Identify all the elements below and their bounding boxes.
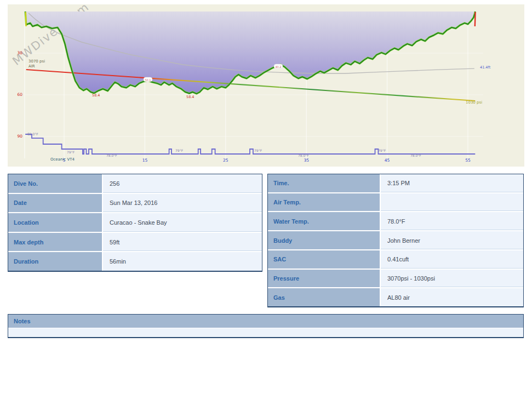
temperature-line bbox=[25, 134, 475, 154]
chart-label: 79°F bbox=[254, 149, 262, 152]
svg-text:50.1: 50.1 bbox=[145, 78, 151, 82]
chart-label: 79°F bbox=[378, 149, 386, 152]
chart-label: 78.0°F bbox=[106, 153, 117, 157]
chart-label: 78.0°F bbox=[410, 153, 421, 157]
row-label: Gas bbox=[268, 288, 381, 306]
table-row: Dive No.256 bbox=[8, 174, 262, 194]
table-row: Max depth59ft bbox=[8, 233, 262, 253]
table-row: BuddyJohn Berner bbox=[268, 231, 523, 250]
row-value: 256 bbox=[103, 174, 262, 193]
dive-profile-svg: MWDives.com515253545553060903070 psiAIR1… bbox=[8, 4, 524, 167]
row-value: 0.41cuft bbox=[381, 250, 523, 269]
notes-section: Notes bbox=[8, 314, 524, 338]
chart-label: 82.0°F bbox=[27, 132, 38, 136]
waypoint-pill: 40.2 bbox=[274, 64, 283, 68]
table-row: Air Temp. bbox=[268, 193, 523, 213]
table-row: SAC0.41cuft bbox=[268, 250, 523, 270]
svg-text:30: 30 bbox=[17, 50, 22, 55]
svg-text:15: 15 bbox=[142, 158, 148, 163]
row-value: 3:15 PM bbox=[381, 174, 523, 192]
notes-body bbox=[8, 328, 523, 337]
table-row: Water Temp.78.0°F bbox=[268, 212, 523, 231]
chart-label: 78.0°F bbox=[298, 153, 309, 157]
row-value bbox=[381, 193, 523, 212]
chart-label: 58.4 bbox=[92, 93, 100, 98]
svg-text:35: 35 bbox=[304, 158, 309, 163]
row-label: Dive No. bbox=[8, 174, 103, 193]
row-value: 3070psi - 1030psi bbox=[381, 270, 523, 288]
table-row: GasAL80 air bbox=[268, 288, 523, 306]
row-label: Max depth bbox=[8, 233, 103, 252]
svg-text:60: 60 bbox=[17, 92, 22, 97]
notes-header-label: Notes bbox=[8, 315, 523, 328]
row-value: Curacao - Snake Bay bbox=[103, 213, 262, 232]
row-value: Sun Mar 13, 2016 bbox=[103, 194, 262, 213]
svg-text:90: 90 bbox=[17, 134, 22, 139]
table-row: DateSun Mar 13, 2016 bbox=[8, 194, 262, 214]
row-label: Air Temp. bbox=[268, 193, 381, 212]
svg-text:55: 55 bbox=[465, 158, 471, 163]
chart-label: 3070 psi bbox=[28, 59, 45, 64]
chart-label: 1030 psi bbox=[466, 100, 482, 105]
table-row: Time.3:15 PM bbox=[268, 174, 523, 193]
table-row: LocationCuracao - Snake Bay bbox=[8, 213, 262, 233]
ascent-end-marker bbox=[475, 12, 476, 26]
descent-start-marker bbox=[26, 12, 26, 26]
dive-profile-chart: MWDives.com515253545553060903070 psiAIR1… bbox=[8, 4, 524, 167]
row-label: Time. bbox=[268, 174, 381, 192]
chart-label: AIR bbox=[28, 64, 35, 68]
svg-text:25: 25 bbox=[223, 158, 228, 163]
row-label: Pressure bbox=[268, 270, 381, 288]
row-label: Duration bbox=[8, 252, 103, 271]
row-label: Water Temp. bbox=[268, 212, 381, 230]
waypoint-pill: 50.1 bbox=[144, 77, 152, 82]
row-value: 78.0°F bbox=[381, 212, 523, 230]
chart-label: Oceanic VT4 bbox=[50, 157, 75, 162]
chart-label: 79°F bbox=[175, 149, 184, 152]
dive-details-table: Time.3:15 PMAir Temp.Water Temp.78.0°FBu… bbox=[267, 174, 524, 307]
row-label: SAC bbox=[268, 250, 381, 269]
row-label: Buddy bbox=[268, 231, 381, 249]
dive-summary-table: Dive No.256DateSun Mar 13, 2016LocationC… bbox=[8, 174, 262, 272]
row-value: John Berner bbox=[381, 231, 523, 249]
row-value: AL80 air bbox=[381, 288, 523, 306]
chart-label: 41.4ft bbox=[480, 65, 491, 70]
row-label: Date bbox=[8, 194, 103, 213]
chart-label: 79°F bbox=[67, 150, 75, 154]
svg-text:45: 45 bbox=[385, 158, 390, 163]
chart-label: 58.4 bbox=[186, 95, 194, 99]
depth-area-fill bbox=[25, 12, 475, 94]
table-row: Duration56min bbox=[8, 252, 262, 271]
row-value: 59ft bbox=[103, 233, 262, 252]
row-label: Location bbox=[8, 213, 103, 232]
svg-text:40.2: 40.2 bbox=[275, 65, 281, 68]
table-row: Pressure3070psi - 1030psi bbox=[268, 270, 523, 289]
row-value: 56min bbox=[103, 252, 262, 271]
